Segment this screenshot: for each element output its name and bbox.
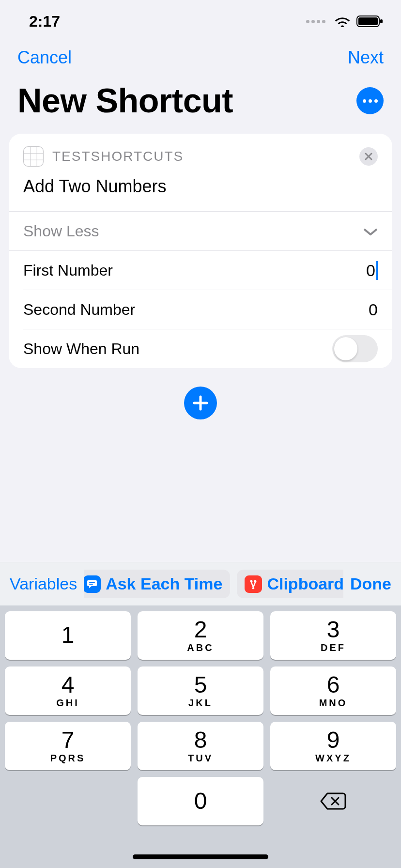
wifi-icon [334, 15, 351, 28]
show-when-run-toggle[interactable] [332, 335, 378, 362]
status-indicators [306, 15, 384, 28]
clipboard-label: Clipboard [267, 574, 343, 593]
app-name-label: TESTSHORTCUTS [52, 149, 351, 164]
svg-rect-3 [89, 582, 95, 583]
cancel-button[interactable]: Cancel [17, 47, 72, 68]
show-when-run-row: Show When Run [9, 329, 392, 368]
key-0[interactable]: 0 [138, 777, 263, 825]
battery-icon [356, 15, 384, 28]
variables-button[interactable]: Variables [10, 574, 77, 593]
remove-action-button[interactable] [359, 147, 378, 166]
key-6[interactable]: 6MNO [270, 666, 396, 715]
key-4[interactable]: 4GHI [5, 666, 131, 715]
ask-each-time-label: Ask Each Time [106, 574, 222, 593]
key-5[interactable]: 5JKL [138, 666, 263, 715]
next-button[interactable]: Next [348, 47, 384, 68]
svg-rect-1 [358, 17, 378, 25]
ask-each-time-chip[interactable]: Ask Each Time [84, 570, 230, 598]
svg-rect-4 [89, 584, 93, 585]
second-number-input[interactable] [300, 300, 378, 319]
show-less-toggle[interactable]: Show Less [9, 212, 392, 250]
more-button[interactable] [356, 87, 384, 114]
key-blank [5, 777, 131, 825]
keyboard-area: Variables Ask Each Time Clipboard Done 1… [0, 562, 401, 868]
key-9[interactable]: 9WXYZ [270, 722, 396, 770]
action-title: Add Two Numbers [9, 171, 392, 211]
app-icon [23, 146, 44, 167]
first-number-row: First Number [9, 251, 392, 290]
action-card: TESTSHORTCUTS Add Two Numbers Show Less … [9, 134, 392, 368]
number-keypad: 1 2ABC 3DEF 4GHI 5JKL 6MNO 7PQRS 8TUV 9W… [0, 605, 401, 834]
done-button[interactable]: Done [350, 574, 391, 593]
plus-icon [192, 395, 209, 411]
clipboard-chip[interactable]: Clipboard [237, 570, 343, 598]
key-3[interactable]: 3DEF [270, 611, 396, 660]
cellular-dots-icon [306, 20, 325, 23]
first-number-input[interactable] [300, 261, 378, 280]
show-less-label: Show Less [23, 222, 99, 240]
key-8[interactable]: 8TUV [138, 722, 263, 770]
key-7[interactable]: 7PQRS [5, 722, 131, 770]
nav-bar: Cancel Next [0, 43, 401, 72]
svg-rect-2 [380, 19, 383, 23]
title-row: New Shortcut [0, 72, 401, 134]
keyboard-accessory-bar: Variables Ask Each Time Clipboard Done [0, 562, 401, 605]
action-card-header: TESTSHORTCUTS [9, 134, 392, 171]
home-indicator [0, 834, 401, 868]
ask-icon [84, 575, 101, 593]
show-when-run-label: Show When Run [23, 340, 139, 358]
status-time: 2:17 [29, 13, 60, 31]
key-1[interactable]: 1 [5, 611, 131, 660]
second-number-label: Second Number [23, 301, 135, 319]
close-icon [364, 152, 373, 161]
add-action-button[interactable] [184, 387, 217, 419]
backspace-icon [320, 791, 347, 811]
clipboard-icon [245, 575, 262, 593]
first-number-label: First Number [23, 262, 113, 279]
second-number-row: Second Number [9, 290, 392, 329]
key-backspace[interactable] [270, 777, 396, 825]
page-title: New Shortcut [17, 81, 233, 120]
key-2[interactable]: 2ABC [138, 611, 263, 660]
status-bar: 2:17 [0, 0, 401, 43]
chevron-down-icon [363, 222, 378, 240]
